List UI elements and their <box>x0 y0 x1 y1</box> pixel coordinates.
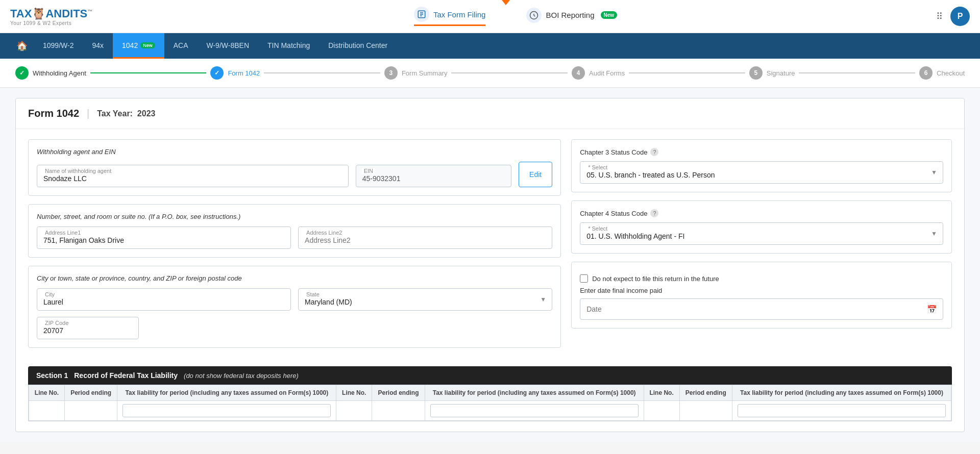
step-6-circle: 6 <box>919 66 933 80</box>
city-state-label: City or town, state or province, country… <box>37 274 552 282</box>
step-line-2 <box>264 72 380 73</box>
nav-tin-matching[interactable]: TIN Matching <box>258 33 319 59</box>
ein-wrapper: EIN <box>356 165 511 187</box>
top-nav-center: Tax Form Filing BOI Reporting New <box>112 7 919 26</box>
tax-liability-cell-1 <box>117 401 336 421</box>
date-field-wrapper: 📅 <box>580 298 943 320</box>
agent-name-wrapper: Name of withholding agent <box>37 165 349 187</box>
city-state-section: City or town, state or province, country… <box>28 266 561 348</box>
step-3-circle: 3 <box>384 66 398 80</box>
chapter4-select[interactable]: 01. U.S. Withholding Agent - FI 02. U.S.… <box>580 222 943 245</box>
date-input[interactable] <box>580 298 943 320</box>
tax-liability-input-1[interactable] <box>122 404 331 417</box>
step-6-label: Checkout <box>937 69 965 77</box>
chapter3-help-icon[interactable]: ? <box>650 148 658 156</box>
final-return-section: Do not expect to file this return in the… <box>571 262 952 329</box>
nav-1042[interactable]: 1042 New <box>113 33 164 59</box>
home-icon[interactable]: 🏠 <box>10 40 34 52</box>
edit-button[interactable]: Edit <box>519 162 552 187</box>
form-main-columns: Withholding agent and EIN Name of withho… <box>28 139 952 356</box>
col-period-ending-1: Period ending <box>64 385 117 401</box>
col-period-ending-3: Period ending <box>679 385 732 401</box>
do-not-expect-checkbox[interactable] <box>580 274 588 283</box>
nav-aca[interactable]: ACA <box>164 33 198 59</box>
step-4-circle: 4 <box>572 66 585 80</box>
step-1-circle: ✓ <box>15 66 29 80</box>
step-form-1042: ✓ Form 1042 <box>210 66 260 80</box>
address1-label: Address Line1 <box>43 230 83 236</box>
address2-wrapper: Address Line2 <box>298 226 552 249</box>
col-tax-liability-1: Tax liability for period (including any … <box>117 385 336 401</box>
nav-94x[interactable]: 94x <box>83 33 113 59</box>
nav-1042-badge: New <box>140 42 155 48</box>
line-no-cell-1 <box>29 401 65 421</box>
progress-stepper: ✓ Withholding Agent ✓ Form 1042 3 Form S… <box>0 59 980 88</box>
nav-1099-w2[interactable]: 1099/W-2 <box>34 33 83 59</box>
date-income-label: Enter date final income paid <box>580 287 943 294</box>
grid-icon[interactable]: ⠿ <box>936 11 943 22</box>
chapter4-label: Chapter 4 Status Code ? <box>580 209 943 217</box>
withholding-agent-section: Withholding agent and EIN Name of withho… <box>28 139 561 196</box>
col-tax-liability-3: Tax liability for period (including any … <box>732 385 951 401</box>
boi-reporting-nav[interactable]: BOI Reporting New <box>526 8 617 26</box>
tax-form-filing-icon <box>414 7 429 22</box>
nav-distribution-center[interactable]: Distribution Center <box>319 33 397 59</box>
step-line-4 <box>629 72 745 73</box>
form-left-column: Withholding agent and EIN Name of withho… <box>28 139 561 356</box>
chapter3-select[interactable]: 05. U.S. branch - treated as U.S. Person… <box>580 161 943 184</box>
step-form-summary: 3 Form Summary <box>384 66 448 80</box>
address-fields-group: Address Line1 Address Line2 <box>37 226 552 249</box>
table-row <box>29 401 951 421</box>
form-header: Form 1042 | Tax Year: 2023 <box>16 98 964 129</box>
main-navigation: 🏠 1099/W-2 94x 1042 New ACA W-9/W-8BEN T… <box>0 33 980 59</box>
col-tax-liability-2: Tax liability for period (including any … <box>425 385 644 401</box>
section1-container: Section 1 Record of Federal Tax Liabilit… <box>28 366 952 421</box>
boi-reporting-icon <box>526 8 542 23</box>
main-content: Form 1042 | Tax Year: 2023 Withholding a… <box>0 88 980 442</box>
ein-input[interactable] <box>356 165 511 187</box>
section1-label: Section 1 <box>36 371 68 380</box>
form-card: Form 1042 | Tax Year: 2023 Withholding a… <box>15 98 965 432</box>
form-divider: | <box>87 108 89 119</box>
ein-label: EIN <box>362 168 375 174</box>
line-no-cell-2 <box>336 401 372 421</box>
form-title: Form 1042 <box>28 108 79 119</box>
step-5-circle: 5 <box>749 66 763 80</box>
zip-label: ZIP Code <box>43 320 70 326</box>
step-3-label: Form Summary <box>402 69 448 77</box>
chapter4-help-icon[interactable]: ? <box>650 209 658 217</box>
logo: TAX🦉ANDITS™ <box>10 7 112 20</box>
chapter4-section: Chapter 4 Status Code ? * Select 01. U.S… <box>571 200 952 254</box>
city-input[interactable] <box>37 288 291 311</box>
tax-form-filing-nav[interactable]: Tax Form Filing <box>414 7 486 26</box>
agent-name-ein-group: Name of withholding agent EIN Edit <box>37 162 552 187</box>
section1-header: Section 1 Record of Federal Tax Liabilit… <box>28 366 952 385</box>
section1-desc: (do not show federal tax deposits here) <box>184 372 299 380</box>
col-line-no-1: Line No. <box>29 385 65 401</box>
col-line-no-3: Line No. <box>644 385 679 401</box>
step-audit-forms: 4 Audit Forms <box>572 66 625 80</box>
chapter4-select-label: * Select <box>586 225 609 232</box>
state-select[interactable]: Maryland (MD) Alabama (AL) California (C… <box>298 288 552 311</box>
address-section-label: Number, street, and room or suite no. (I… <box>37 213 552 220</box>
logo-area: TAX🦉ANDITS™ Your 1099 & W2 Experts <box>10 7 112 26</box>
tax-liability-input-2[interactable] <box>430 404 639 417</box>
chapter3-select-wrapper: * Select 05. U.S. branch - treated as U.… <box>580 161 943 184</box>
step-line-3 <box>451 72 568 73</box>
nav-w9-w8ben[interactable]: W-9/W-8BEN <box>198 33 259 59</box>
logo-subtitle: Your 1099 & W2 Experts <box>10 20 112 26</box>
city-state-group: City State Maryland (MD) Alabama (AL) Ca… <box>37 288 552 311</box>
tax-liability-input-3[interactable] <box>738 404 946 417</box>
step-signature: 5 Signature <box>749 66 795 80</box>
do-not-expect-row: Do not expect to file this return in the… <box>580 274 943 283</box>
address-section: Number, street, and room or suite no. (I… <box>28 204 561 258</box>
tax-form-filing-label: Tax Form Filing <box>433 10 486 19</box>
city-label: City <box>43 291 57 297</box>
do-not-expect-label: Do not expect to file this return in the… <box>592 275 719 283</box>
step-withholding-agent: ✓ Withholding Agent <box>15 66 86 80</box>
tax-liability-cell-2 <box>425 401 644 421</box>
col-line-no-2: Line No. <box>336 385 372 401</box>
step-2-circle: ✓ <box>210 66 224 80</box>
avatar[interactable]: P <box>950 7 970 26</box>
address1-wrapper: Address Line1 <box>37 226 291 249</box>
